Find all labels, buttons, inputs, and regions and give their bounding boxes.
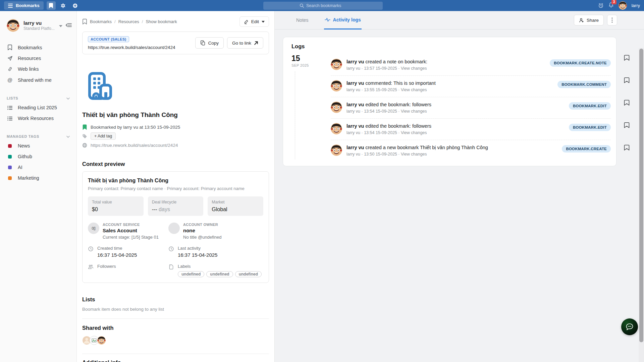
bookmark-icon (82, 19, 87, 24)
username-label: larry (632, 3, 640, 8)
context-preview-card: Thiết bị văn phòng Thành Công Primary co… (82, 171, 269, 283)
bookmark-flag-icon[interactable] (621, 99, 633, 122)
reminders-icon[interactable] (598, 3, 604, 8)
view-changes-link[interactable]: View changes (401, 66, 427, 71)
notification-count-badge: 3 (611, 0, 617, 4)
scrollbar-track[interactable] (639, 48, 644, 362)
stat-deal-lifecycle: Deal lifecycle --- days (148, 196, 204, 216)
app-menu-button[interactable]: Bookmarks (4, 1, 44, 10)
tab-activity-logs[interactable]: Activity logs (324, 11, 362, 29)
account-service-detail: Current stage: [1/5] Stage 01 (103, 235, 159, 240)
log-time: 13:54 15-09-2025 (364, 130, 397, 135)
view-changes-link[interactable]: View changes (401, 152, 427, 157)
source-url-text[interactable]: https://true.rework.build/sales/account/… (91, 143, 178, 148)
pencil-icon (244, 19, 249, 24)
bookmark-flag-icon[interactable] (621, 77, 633, 99)
hamburger-icon (8, 4, 13, 8)
dot-separator: · (361, 152, 363, 157)
view-changes-link[interactable]: View changes (401, 130, 427, 135)
bookmark-flag-icon[interactable] (621, 144, 633, 167)
stat-value: $0 (92, 206, 98, 212)
followers-label: Followers (97, 264, 116, 269)
shared-avatar-user[interactable] (97, 336, 106, 345)
logs-heading: Logs (291, 43, 611, 50)
managed-tags-header[interactable]: MANAGED TAGS (0, 132, 76, 140)
sidebar-tag-ai[interactable]: AI (0, 162, 76, 173)
search-input[interactable] (306, 3, 346, 8)
sidebar-list-work-resources[interactable]: Work Resources (0, 113, 76, 124)
collapse-sidebar-button[interactable] (66, 23, 72, 28)
bookmark-flag-icon[interactable] (621, 122, 633, 144)
log-action: edited the bookmark: followers (365, 102, 431, 107)
log-meta-user: larry vu (346, 109, 360, 114)
add-tag-button[interactable]: + Add tag (91, 132, 116, 140)
sidebar-item-resources[interactable]: Resources (0, 53, 76, 64)
log-date-monthyear: SEP 2025 (291, 63, 331, 67)
account-owner-block: ACCOUNT OWNER none No title @undefined (168, 223, 263, 240)
additional-info-heading: Additional info (82, 359, 269, 362)
sidebar-list-reading-list[interactable]: Reading List 2025 (0, 102, 76, 113)
log-meta-user: larry vu (346, 87, 360, 92)
copy-button[interactable]: Copy (195, 37, 224, 49)
add-new-button[interactable] (71, 1, 80, 10)
lists-section: LISTS Reading List 2025 Work Resources (0, 94, 76, 124)
chevron-down-icon (66, 96, 70, 100)
log-date-column: 15 SEP 2025 (291, 54, 331, 161)
sidebar-item-shared-with-me[interactable]: @ Shared with me (0, 74, 76, 85)
dot-separator: · (398, 87, 399, 92)
sidebar-item-label: Github (18, 154, 32, 159)
sidebar-tag-marketing[interactable]: Marketing (0, 173, 76, 183)
label-pill: undefined (235, 271, 262, 277)
sidebar-item-label: Work Resources (18, 116, 54, 121)
log-type-badge: BOOKMARK.COMMENT (557, 81, 611, 88)
go-to-link-button[interactable]: Go to link (227, 37, 263, 49)
chat-widget-button[interactable] (621, 318, 638, 335)
plus-circle-icon (72, 3, 78, 8)
log-avatar (331, 59, 342, 70)
edit-button[interactable]: Edit (239, 16, 269, 27)
breadcrumb-current: Show bookmark (146, 19, 177, 24)
notifications-button[interactable]: 3 (608, 2, 614, 9)
lists-section-header[interactable]: LISTS (0, 94, 76, 102)
tag-color-swatch (7, 155, 13, 159)
dot-separator: · (398, 130, 399, 135)
log-actor: larry vu (346, 145, 364, 150)
tag-color-swatch (7, 176, 13, 180)
search-bar[interactable] (263, 2, 383, 10)
sidebar-item-bookmarks[interactable]: Bookmarks (0, 42, 76, 53)
labels-label: Labels (178, 264, 262, 269)
workspace-caret-icon (59, 22, 62, 28)
log-avatar (331, 144, 342, 156)
bookmarks-app-icon-button[interactable] (47, 1, 56, 10)
sidebar-tag-github[interactable]: Github (0, 151, 76, 162)
breadcrumb-resources[interactable]: Resources (118, 19, 139, 24)
go-to-link-label: Go to link (232, 41, 251, 46)
sidebar: larry vu Standard Platfo... Bookmarks (0, 11, 77, 362)
context-subtitle: Primary contact: Primary contact name · … (88, 186, 263, 191)
scrollbar-thumb[interactable] (639, 49, 643, 342)
bookmark-flag-icon[interactable] (621, 54, 633, 77)
sidebar-item-web-links[interactable]: Web links (0, 64, 76, 74)
last-activity-value: 16:37 15-04-2025 (178, 252, 217, 258)
pulse-icon (325, 17, 330, 22)
breadcrumb-bookmarks[interactable]: Bookmarks (90, 19, 112, 24)
workspace-switcher[interactable]: larry vu Standard Platfo... (0, 18, 76, 33)
settings-button[interactable] (59, 1, 68, 10)
more-options-button[interactable] (607, 15, 617, 25)
context-preview-heading: Context preview (82, 161, 269, 167)
account-service-name: Sales Account (103, 228, 159, 233)
log-entry: larry vu commented: This is so important… (331, 75, 611, 97)
breadcrumb: Bookmarks / Resources / Show bookmark (82, 19, 177, 24)
lists-empty-text: Boomark item does not belong to any list (82, 307, 269, 312)
share-button[interactable]: Share (574, 15, 604, 25)
log-entry: larry vu created a note on bookmark: lar… (331, 54, 611, 75)
view-changes-link[interactable]: View changes (401, 109, 427, 114)
bookmarked-by-text: Bookmarked by larry vu at 13:50 15-09-20… (91, 125, 180, 130)
building-icon (88, 72, 112, 100)
sidebar-tag-news[interactable]: News (0, 140, 76, 151)
sidebar-nav: Bookmarks Resources Web links @ (0, 42, 76, 85)
view-changes-link[interactable]: View changes (401, 87, 427, 92)
log-actor: larry vu (346, 59, 364, 64)
user-avatar[interactable] (619, 1, 627, 10)
tab-notes[interactable]: Notes (296, 11, 309, 29)
